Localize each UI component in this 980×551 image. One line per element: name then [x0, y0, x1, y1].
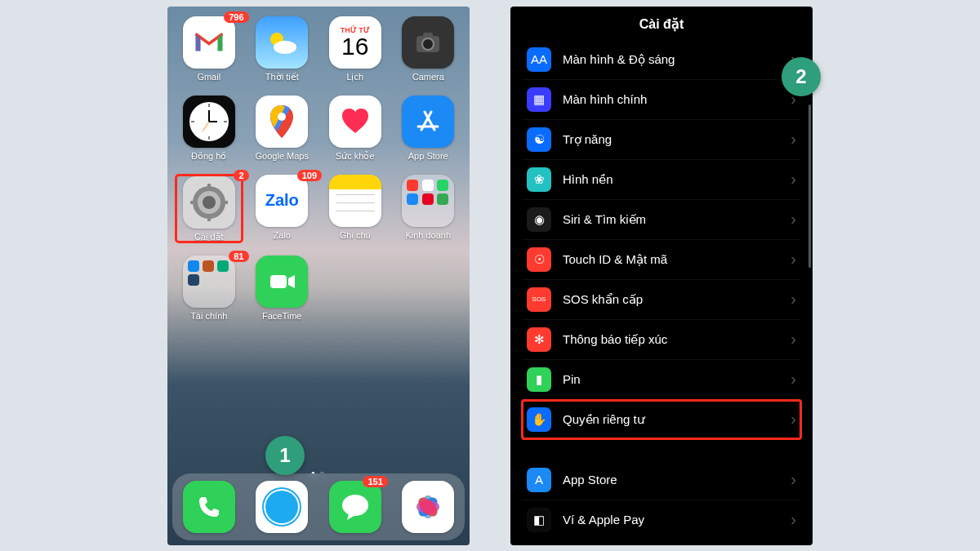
svg-point-28 — [342, 495, 368, 516]
row-icon: A — [527, 468, 551, 492]
google-maps-icon — [256, 96, 308, 148]
row-label: Màn hình chính — [563, 92, 791, 106]
facetime-icon — [256, 256, 308, 308]
settings-row-m-n-h-nh-s-ng[interactable]: AAMàn hình & Độ sáng› — [522, 40, 801, 80]
app-label: Lịch — [346, 72, 363, 82]
app-appstore[interactable]: App Store — [395, 96, 462, 162]
row-icon: ❀ — [527, 167, 551, 192]
step-1-badge: 1 — [265, 436, 305, 475]
badge: 2 — [234, 170, 248, 181]
row-label: Touch ID & Mật mã — [563, 252, 791, 267]
dock-photos[interactable] — [402, 481, 454, 533]
app-label: Kinh doanh — [405, 230, 451, 240]
row-icon: SOS — [527, 287, 551, 312]
app-label: Thời tiết — [265, 72, 299, 82]
svg-rect-24 — [270, 275, 287, 288]
app-label: App Store — [408, 151, 448, 161]
svg-rect-4 — [423, 33, 433, 38]
settings-row-siri-t-m-ki-m[interactable]: ◉Siri & Tìm kiếm› — [522, 200, 801, 240]
app-label: Sức khỏe — [336, 151, 375, 162]
gmail-icon — [183, 16, 235, 69]
app-label: Google Maps — [256, 151, 309, 161]
app-notes[interactable]: Ghi chú — [322, 175, 389, 242]
svg-rect-20 — [207, 184, 211, 190]
badge: 81 — [229, 251, 248, 262]
settings-row-v-apple-pay[interactable]: ◧Ví & Apple Pay› — [522, 500, 801, 540]
app-health[interactable]: Sức khỏe — [322, 96, 389, 162]
dock-phone[interactable] — [183, 481, 235, 533]
settings-title: Cài đặt — [510, 7, 813, 40]
row-label: Pin — [563, 372, 791, 386]
health-icon — [329, 96, 381, 148]
app-google-maps[interactable]: Google Maps — [249, 96, 316, 162]
zalo-icon: Zalo — [256, 175, 308, 227]
settings-row-app-store[interactable]: AApp Store› — [522, 460, 801, 500]
svg-rect-22 — [190, 201, 197, 204]
calendar-day: 16 — [341, 34, 368, 59]
app-zalo[interactable]: Zalo 109 Zalo — [249, 175, 316, 242]
settings-row-touch-id-m-t-m-[interactable]: ☉Touch ID & Mật mã› — [522, 240, 801, 280]
settings-screen: Cài đặt AAMàn hình & Độ sáng›▦Màn hình c… — [510, 7, 813, 545]
row-icon: ☉ — [527, 247, 551, 272]
clock-icon — [183, 96, 235, 148]
row-icon: ✻ — [527, 327, 551, 352]
chevron-right-icon: › — [791, 210, 796, 229]
svg-point-27 — [265, 491, 298, 523]
app-label: Ghi chú — [340, 230, 371, 240]
appstore-icon — [402, 96, 454, 148]
row-icon: ◧ — [527, 508, 551, 532]
row-label: Siri & Tìm kiếm — [563, 212, 791, 227]
app-label: Tài chính — [190, 311, 227, 321]
app-camera[interactable]: Camera — [395, 16, 462, 82]
badge: 151 — [363, 476, 387, 487]
svg-rect-21 — [207, 215, 211, 221]
dock: 151 — [172, 473, 465, 540]
settings-row-sos-kh-n-c-p[interactable]: SOSSOS khẩn cấp› — [522, 280, 801, 320]
settings-list-2[interactable]: AApp Store›◧Ví & Apple Pay› — [510, 460, 813, 540]
weather-icon — [256, 16, 308, 69]
settings-row-h-nh-n-n[interactable]: ❀Hình nền› — [522, 160, 801, 200]
app-label: Cài đặt — [194, 232, 224, 242]
svg-point-3 — [422, 38, 434, 50]
folder-finance[interactable]: 81 Tài chính — [176, 256, 243, 321]
chevron-right-icon: › — [791, 470, 796, 489]
app-grid: 796 Gmail Thời tiết THỨ TƯ 16 Lịch Camer… — [167, 7, 470, 321]
dock-messages[interactable]: 151 — [329, 481, 381, 533]
step-2-badge: 2 — [782, 57, 821, 96]
app-clock[interactable]: Đồng hồ — [176, 96, 243, 162]
chevron-right-icon: › — [791, 130, 796, 149]
settings-icon — [183, 176, 235, 229]
row-icon: ☯ — [527, 127, 551, 152]
chevron-right-icon: › — [791, 170, 796, 189]
settings-row-m-n-h-nh-ch-nh[interactable]: ▦Màn hình chính› — [522, 80, 801, 120]
app-gmail[interactable]: 796 Gmail — [176, 16, 243, 82]
app-facetime[interactable]: FaceTime — [249, 256, 316, 321]
chevron-right-icon: › — [791, 250, 796, 269]
app-label: Zalo — [274, 230, 291, 240]
row-label: Ví & Apple Pay — [563, 513, 791, 527]
settings-row-quy-n-ri-ng-t-[interactable]: ✋Quyền riêng tư› — [522, 400, 801, 439]
settings-row-tr-n-ng[interactable]: ☯Trợ năng› — [522, 120, 801, 160]
scrollbar[interactable] — [808, 104, 811, 268]
dock-safari[interactable] — [256, 481, 308, 533]
folder-business[interactable]: Kinh doanh — [395, 175, 462, 242]
settings-list[interactable]: AAMàn hình & Độ sáng›▦Màn hình chính›☯Tr… — [510, 40, 813, 439]
row-label: Quyền riêng tư — [563, 412, 791, 427]
chevron-right-icon: › — [791, 510, 796, 529]
row-icon: ▦ — [527, 87, 551, 112]
svg-rect-23 — [221, 201, 228, 204]
settings-row-th-ng-b-o-ti-p-x-c[interactable]: ✻Thông báo tiếp xúc› — [522, 320, 801, 360]
chevron-right-icon: › — [791, 330, 796, 349]
row-label: Trợ năng — [563, 132, 791, 147]
app-weather[interactable]: Thời tiết — [249, 16, 316, 82]
svg-point-19 — [203, 196, 216, 209]
badge: 796 — [224, 11, 248, 23]
app-label: FaceTime — [262, 311, 302, 321]
settings-row-pin[interactable]: ▮Pin› — [522, 360, 801, 400]
home-screen: 796 Gmail Thời tiết THỨ TƯ 16 Lịch Camer… — [167, 7, 470, 545]
app-settings[interactable]: 2 Cài đặt — [176, 175, 243, 242]
app-calendar[interactable]: THỨ TƯ 16 Lịch — [322, 16, 389, 82]
chevron-right-icon: › — [791, 370, 796, 389]
row-label: SOS khẩn cấp — [563, 292, 791, 307]
row-label: App Store — [563, 473, 791, 487]
